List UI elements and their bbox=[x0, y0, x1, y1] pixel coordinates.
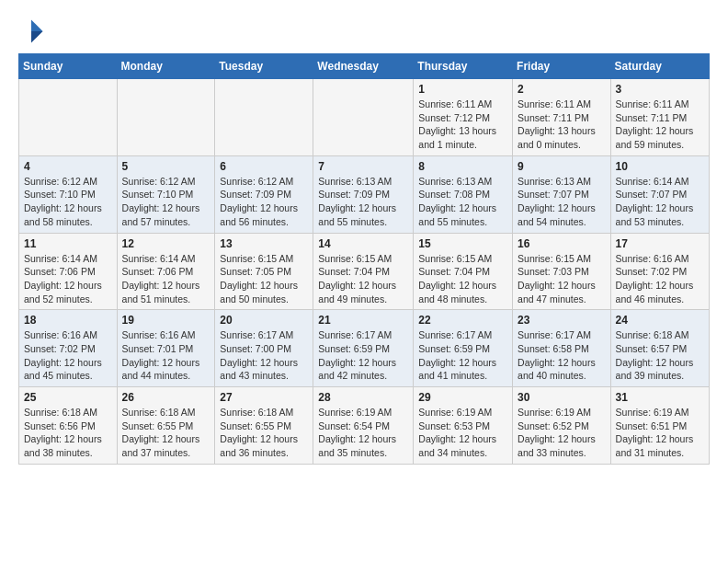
calendar-cell: 27Sunrise: 6:18 AM Sunset: 6:55 PM Dayli… bbox=[215, 387, 313, 465]
weekday-header: Thursday bbox=[414, 54, 513, 79]
day-number: 28 bbox=[318, 391, 408, 404]
calendar-cell: 31Sunrise: 6:19 AM Sunset: 6:51 PM Dayli… bbox=[610, 387, 709, 465]
calendar-cell: 23Sunrise: 6:17 AM Sunset: 6:58 PM Dayli… bbox=[513, 310, 611, 387]
day-info: Sunrise: 6:17 AM Sunset: 6:58 PM Dayligh… bbox=[518, 328, 606, 383]
calendar-cell: 10Sunrise: 6:14 AM Sunset: 7:07 PM Dayli… bbox=[610, 155, 709, 233]
page-header bbox=[18, 18, 710, 44]
calendar-cell: 7Sunrise: 6:13 AM Sunset: 7:09 PM Daylig… bbox=[313, 155, 414, 233]
day-info: Sunrise: 6:12 AM Sunset: 7:10 PM Dayligh… bbox=[24, 175, 112, 229]
day-info: Sunrise: 6:13 AM Sunset: 7:08 PM Dayligh… bbox=[418, 175, 507, 229]
day-info: Sunrise: 6:17 AM Sunset: 6:59 PM Dayligh… bbox=[318, 328, 408, 383]
day-info: Sunrise: 6:11 AM Sunset: 7:12 PM Dayligh… bbox=[418, 98, 507, 152]
day-info: Sunrise: 6:12 AM Sunset: 7:10 PM Dayligh… bbox=[122, 175, 210, 229]
calendar-cell: 8Sunrise: 6:13 AM Sunset: 7:08 PM Daylig… bbox=[414, 155, 513, 233]
calendar-cell: 2Sunrise: 6:11 AM Sunset: 7:11 PM Daylig… bbox=[513, 79, 611, 156]
day-info: Sunrise: 6:18 AM Sunset: 6:55 PM Dayligh… bbox=[220, 406, 308, 460]
calendar-cell: 4Sunrise: 6:12 AM Sunset: 7:10 PM Daylig… bbox=[19, 155, 118, 233]
weekday-header: Wednesday bbox=[313, 54, 414, 79]
calendar-header: SundayMondayTuesdayWednesdayThursdayFrid… bbox=[19, 54, 710, 79]
weekday-header: Sunday bbox=[19, 54, 118, 79]
day-info: Sunrise: 6:18 AM Sunset: 6:57 PM Dayligh… bbox=[616, 328, 704, 383]
day-info: Sunrise: 6:13 AM Sunset: 7:09 PM Dayligh… bbox=[318, 175, 408, 229]
day-info: Sunrise: 6:16 AM Sunset: 7:02 PM Dayligh… bbox=[24, 328, 112, 383]
day-info: Sunrise: 6:19 AM Sunset: 6:52 PM Dayligh… bbox=[518, 406, 606, 460]
calendar-week-row: 1Sunrise: 6:11 AM Sunset: 7:12 PM Daylig… bbox=[19, 79, 710, 156]
calendar-table: SundayMondayTuesdayWednesdayThursdayFrid… bbox=[18, 53, 710, 465]
calendar-cell: 15Sunrise: 6:15 AM Sunset: 7:04 PM Dayli… bbox=[414, 233, 513, 310]
day-info: Sunrise: 6:14 AM Sunset: 7:06 PM Dayligh… bbox=[24, 252, 112, 306]
logo-icon bbox=[18, 18, 44, 44]
calendar-cell: 26Sunrise: 6:18 AM Sunset: 6:55 PM Dayli… bbox=[117, 387, 215, 465]
day-number: 18 bbox=[24, 314, 112, 327]
day-number: 17 bbox=[616, 237, 704, 250]
day-number: 20 bbox=[220, 314, 308, 327]
day-number: 10 bbox=[616, 160, 704, 173]
weekday-header: Monday bbox=[117, 54, 215, 79]
day-info: Sunrise: 6:19 AM Sunset: 6:54 PM Dayligh… bbox=[318, 406, 408, 460]
day-info: Sunrise: 6:15 AM Sunset: 7:04 PM Dayligh… bbox=[318, 252, 408, 306]
day-number: 13 bbox=[220, 237, 308, 250]
calendar-cell: 3Sunrise: 6:11 AM Sunset: 7:11 PM Daylig… bbox=[610, 79, 709, 156]
day-number: 9 bbox=[518, 160, 606, 173]
day-number: 31 bbox=[616, 391, 704, 404]
calendar-cell: 14Sunrise: 6:15 AM Sunset: 7:04 PM Dayli… bbox=[313, 233, 414, 310]
calendar-cell bbox=[215, 79, 313, 156]
day-number: 24 bbox=[616, 314, 704, 327]
calendar-cell: 25Sunrise: 6:18 AM Sunset: 6:56 PM Dayli… bbox=[19, 387, 118, 465]
day-info: Sunrise: 6:11 AM Sunset: 7:11 PM Dayligh… bbox=[518, 98, 606, 152]
calendar-cell: 16Sunrise: 6:15 AM Sunset: 7:03 PM Dayli… bbox=[513, 233, 611, 310]
calendar-cell: 12Sunrise: 6:14 AM Sunset: 7:06 PM Dayli… bbox=[117, 233, 215, 310]
day-number: 1 bbox=[418, 83, 507, 96]
weekday-header: Friday bbox=[513, 54, 611, 79]
calendar-cell bbox=[117, 79, 215, 156]
day-info: Sunrise: 6:15 AM Sunset: 7:03 PM Dayligh… bbox=[518, 252, 606, 306]
day-info: Sunrise: 6:16 AM Sunset: 7:01 PM Dayligh… bbox=[122, 328, 210, 383]
day-number: 3 bbox=[616, 83, 704, 96]
day-number: 22 bbox=[418, 314, 507, 327]
day-number: 6 bbox=[220, 160, 308, 173]
calendar-cell: 1Sunrise: 6:11 AM Sunset: 7:12 PM Daylig… bbox=[414, 79, 513, 156]
day-info: Sunrise: 6:11 AM Sunset: 7:11 PM Dayligh… bbox=[616, 98, 704, 152]
day-number: 30 bbox=[518, 391, 606, 404]
calendar-week-row: 11Sunrise: 6:14 AM Sunset: 7:06 PM Dayli… bbox=[19, 233, 710, 310]
day-number: 19 bbox=[122, 314, 210, 327]
calendar-cell bbox=[313, 79, 414, 156]
day-number: 25 bbox=[24, 391, 112, 404]
day-info: Sunrise: 6:12 AM Sunset: 7:09 PM Dayligh… bbox=[220, 175, 308, 229]
day-number: 4 bbox=[24, 160, 112, 173]
day-number: 26 bbox=[122, 391, 210, 404]
day-number: 2 bbox=[518, 83, 606, 96]
day-info: Sunrise: 6:19 AM Sunset: 6:51 PM Dayligh… bbox=[616, 406, 704, 460]
day-info: Sunrise: 6:17 AM Sunset: 7:00 PM Dayligh… bbox=[220, 328, 308, 383]
calendar-week-row: 4Sunrise: 6:12 AM Sunset: 7:10 PM Daylig… bbox=[19, 155, 710, 233]
calendar-body: 1Sunrise: 6:11 AM Sunset: 7:12 PM Daylig… bbox=[19, 79, 710, 465]
day-info: Sunrise: 6:18 AM Sunset: 6:56 PM Dayligh… bbox=[24, 406, 112, 460]
calendar-cell: 11Sunrise: 6:14 AM Sunset: 7:06 PM Dayli… bbox=[19, 233, 118, 310]
day-number: 5 bbox=[122, 160, 210, 173]
day-info: Sunrise: 6:15 AM Sunset: 7:05 PM Dayligh… bbox=[220, 252, 308, 306]
svg-marker-0 bbox=[31, 19, 43, 31]
calendar-cell: 9Sunrise: 6:13 AM Sunset: 7:07 PM Daylig… bbox=[513, 155, 611, 233]
weekday-header: Tuesday bbox=[215, 54, 313, 79]
day-number: 16 bbox=[518, 237, 606, 250]
day-info: Sunrise: 6:16 AM Sunset: 7:02 PM Dayligh… bbox=[616, 252, 704, 306]
day-info: Sunrise: 6:19 AM Sunset: 6:53 PM Dayligh… bbox=[418, 406, 507, 460]
calendar-week-row: 18Sunrise: 6:16 AM Sunset: 7:02 PM Dayli… bbox=[19, 310, 710, 387]
calendar-cell: 18Sunrise: 6:16 AM Sunset: 7:02 PM Dayli… bbox=[19, 310, 118, 387]
calendar-cell: 20Sunrise: 6:17 AM Sunset: 7:00 PM Dayli… bbox=[215, 310, 313, 387]
day-number: 15 bbox=[418, 237, 507, 250]
calendar-cell: 6Sunrise: 6:12 AM Sunset: 7:09 PM Daylig… bbox=[215, 155, 313, 233]
day-number: 12 bbox=[122, 237, 210, 250]
day-number: 7 bbox=[318, 160, 408, 173]
logo bbox=[18, 18, 48, 44]
weekday-header: Saturday bbox=[610, 54, 709, 79]
day-number: 27 bbox=[220, 391, 308, 404]
day-number: 8 bbox=[418, 160, 507, 173]
calendar-cell: 28Sunrise: 6:19 AM Sunset: 6:54 PM Dayli… bbox=[313, 387, 414, 465]
calendar-cell: 17Sunrise: 6:16 AM Sunset: 7:02 PM Dayli… bbox=[610, 233, 709, 310]
calendar-cell: 21Sunrise: 6:17 AM Sunset: 6:59 PM Dayli… bbox=[313, 310, 414, 387]
day-info: Sunrise: 6:13 AM Sunset: 7:07 PM Dayligh… bbox=[518, 175, 606, 229]
weekday-row: SundayMondayTuesdayWednesdayThursdayFrid… bbox=[19, 54, 710, 79]
day-info: Sunrise: 6:15 AM Sunset: 7:04 PM Dayligh… bbox=[418, 252, 507, 306]
day-info: Sunrise: 6:14 AM Sunset: 7:07 PM Dayligh… bbox=[616, 175, 704, 229]
